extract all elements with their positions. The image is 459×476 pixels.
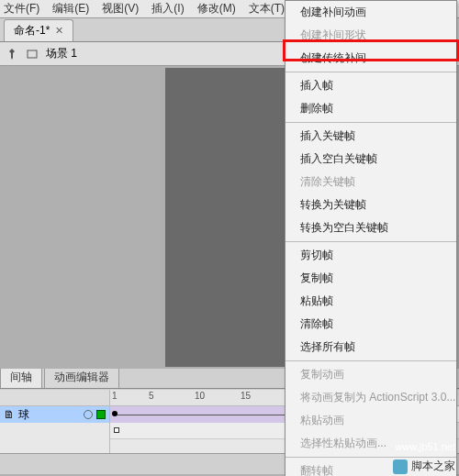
menu-view[interactable]: 视图(V)	[102, 1, 139, 17]
scene-label[interactable]: 场景 1	[46, 46, 77, 61]
layer-icon: 🗎	[4, 408, 15, 421]
menu-clear-frames[interactable]: 清除帧	[285, 313, 456, 336]
separator	[285, 241, 456, 242]
svg-rect-0	[28, 50, 37, 58]
keyframe-icon[interactable]	[112, 411, 118, 416]
menu-create-shape-tween: 创建补间形状	[285, 24, 456, 47]
tween-span[interactable]	[110, 406, 294, 423]
close-icon[interactable]: ✕	[55, 25, 63, 37]
menu-modify[interactable]: 修改(M)	[197, 1, 236, 17]
separator	[285, 360, 456, 361]
pin-icon[interactable]	[6, 48, 18, 61]
menu-cut-frames[interactable]: 剪切帧	[285, 244, 456, 267]
separator	[285, 457, 456, 458]
layer-color-swatch[interactable]	[96, 410, 106, 419]
menu-remove-frames[interactable]: 删除帧	[285, 97, 456, 120]
layer-name[interactable]: 球	[18, 407, 29, 423]
document-tab-label: 命名-1*	[14, 23, 50, 39]
menu-create-motion-tween[interactable]: 创建补间动画	[285, 1, 456, 24]
tab-timeline[interactable]: 间轴	[0, 366, 42, 388]
menu-insert[interactable]: 插入(I)	[151, 1, 184, 17]
separator	[285, 122, 456, 123]
menu-convert-to-keyframes[interactable]: 转换为关键帧	[285, 194, 456, 216]
layers-header	[0, 390, 109, 406]
layer-visibility-icon[interactable]	[84, 410, 93, 419]
menu-edit[interactable]: 编辑(E)	[52, 1, 89, 17]
menu-paste-motion: 粘贴动画	[285, 409, 456, 432]
ruler-tick: 10	[195, 391, 205, 401]
document-tab[interactable]: 命名-1* ✕	[4, 19, 73, 41]
tab-motion-editor[interactable]: 动画编辑器	[44, 366, 119, 388]
watermark-text: 脚本之家	[411, 459, 455, 474]
menu-copy-motion-as3: 将动画复制为 ActionScript 3.0...	[285, 386, 456, 409]
menu-paste-frames[interactable]: 粘贴帧	[285, 290, 456, 313]
watermark-site: 脚本之家	[393, 459, 455, 474]
separator	[285, 72, 456, 72]
scene-icon	[26, 48, 39, 61]
menu-create-classic-tween[interactable]: 创建传统补间	[285, 47, 456, 70]
menu-clear-keyframe: 清除关键帧	[285, 171, 456, 194]
stage-canvas[interactable]	[165, 68, 285, 367]
menu-insert-frame[interactable]: 插入帧	[285, 74, 456, 97]
layer-list: 🗎 球	[0, 390, 110, 453]
ruler-tick: 5	[149, 391, 154, 401]
watermark-url: www.jb51.net	[396, 441, 455, 452]
menu-copy-frames[interactable]: 复制帧	[285, 267, 456, 290]
menu-file[interactable]: 文件(F)	[4, 1, 39, 17]
context-menu: 创建补间动画 创建补间形状 创建传统补间 插入帧 删除帧 插入关键帧 插入空白关…	[285, 0, 457, 476]
layer-row[interactable]: 🗎 球	[0, 406, 109, 423]
jb-logo-icon	[393, 459, 408, 474]
ruler-tick: 15	[241, 391, 251, 401]
menu-text[interactable]: 文本(T)	[249, 1, 285, 17]
ruler-tick: 1	[112, 391, 118, 401]
menu-insert-blank-keyframe[interactable]: 插入空白关键帧	[285, 148, 456, 171]
menu-copy-motion: 复制动画	[285, 363, 456, 386]
menu-insert-keyframe[interactable]: 插入关键帧	[285, 125, 456, 148]
menu-select-all-frames[interactable]: 选择所有帧	[285, 336, 456, 359]
menu-convert-to-blank-keyframes[interactable]: 转换为空白关键帧	[285, 216, 456, 239]
empty-keyframe-icon	[114, 427, 119, 433]
